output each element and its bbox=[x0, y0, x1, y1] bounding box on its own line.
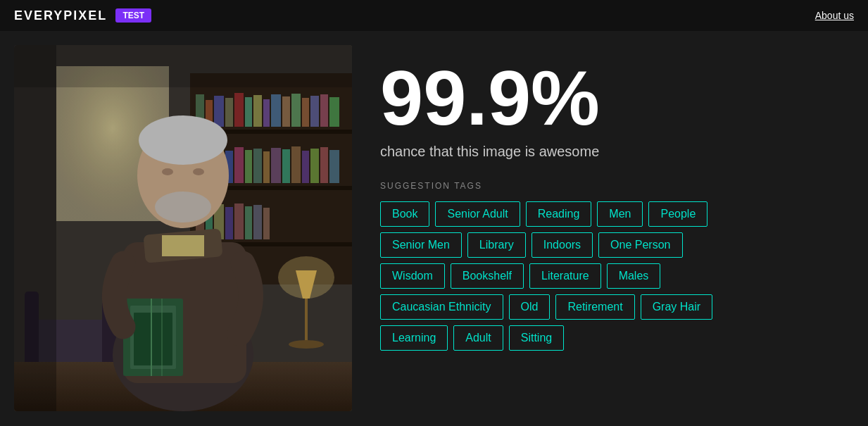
tag-retirement[interactable]: Retirement bbox=[555, 294, 634, 320]
tag-wisdom[interactable]: Wisdom bbox=[380, 263, 445, 289]
tag-sitting[interactable]: Sitting bbox=[509, 325, 564, 351]
tag-library[interactable]: Library bbox=[467, 232, 526, 258]
about-link[interactable]: About us bbox=[815, 10, 854, 21]
test-badge: TEST bbox=[115, 8, 151, 23]
tag-senior-men[interactable]: Senior Men bbox=[380, 232, 462, 258]
tag-bookshelf[interactable]: Bookshelf bbox=[451, 263, 524, 289]
svg-rect-68 bbox=[14, 45, 56, 411]
header: EVERYPIXEL TEST About us bbox=[0, 0, 868, 31]
main-content: 99.9% chance that this image is awesome … bbox=[0, 31, 868, 425]
tags-row-4: Caucasian Ethnicity Old Retirement Gray … bbox=[380, 294, 854, 320]
suggestion-tags-label: SUGGESTION TAGS bbox=[380, 181, 854, 191]
tag-gray-hair[interactable]: Gray Hair bbox=[641, 294, 712, 320]
tag-reading[interactable]: Reading bbox=[526, 201, 592, 227]
tag-one-person[interactable]: One Person bbox=[598, 232, 682, 258]
svg-rect-67 bbox=[14, 45, 352, 411]
tag-literature[interactable]: Literature bbox=[529, 263, 601, 289]
tag-people[interactable]: People bbox=[648, 201, 707, 227]
image-section bbox=[14, 45, 352, 411]
tag-senior-adult[interactable]: Senior Adult bbox=[435, 201, 520, 227]
tags-row-2: Senior Men Library Indoors One Person bbox=[380, 232, 854, 258]
header-left: EVERYPIXEL TEST bbox=[14, 8, 151, 23]
tag-indoors[interactable]: Indoors bbox=[532, 232, 593, 258]
svg-rect-69 bbox=[14, 45, 352, 87]
result-subtitle: chance that this image is awesome bbox=[380, 144, 854, 160]
logo: EVERYPIXEL bbox=[14, 8, 107, 23]
percentage-value: 99.9% bbox=[380, 59, 854, 137]
tags-row-1: Book Senior Adult Reading Men People bbox=[380, 201, 854, 227]
tags-row-5: Learning Adult Sitting bbox=[380, 325, 854, 351]
uploaded-image bbox=[14, 45, 352, 411]
tag-old[interactable]: Old bbox=[509, 294, 551, 320]
tag-book[interactable]: Book bbox=[380, 201, 429, 227]
tag-males[interactable]: Males bbox=[607, 263, 661, 289]
right-section: 99.9% chance that this image is awesome … bbox=[380, 45, 854, 351]
tags-row-3: Wisdom Bookshelf Literature Males bbox=[380, 263, 854, 289]
tag-caucasian-ethnicity[interactable]: Caucasian Ethnicity bbox=[380, 294, 503, 320]
tag-adult[interactable]: Adult bbox=[453, 325, 503, 351]
tag-men[interactable]: Men bbox=[597, 201, 643, 227]
tag-learning[interactable]: Learning bbox=[380, 325, 448, 351]
tags-grid: Book Senior Adult Reading Men People Sen… bbox=[380, 201, 854, 351]
